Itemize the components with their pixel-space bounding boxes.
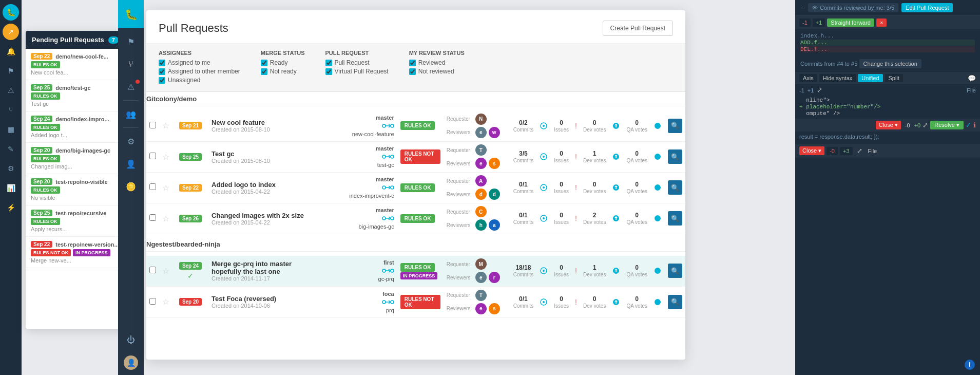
filter-assigned-me[interactable]: Assigned to me — [159, 59, 240, 66]
pending-item[interactable]: Sep 25 test-repo/recursive RULES OK Appl… — [26, 205, 133, 237]
pending-item[interactable]: Sep 24 demo/index-impro... RULES OK Adde… — [26, 111, 133, 143]
hide-syntax-btn[interactable]: Hide syntax — [819, 74, 856, 82]
sidebar-icon-grid[interactable]: ▦ — [3, 121, 19, 138]
branch-cell: foca prq — [315, 287, 397, 317]
filter-pull-request[interactable]: Pull Request — [325, 59, 389, 66]
pr-search-btn[interactable]: 🔍 — [668, 264, 682, 278]
filter-virtual-pr[interactable]: Virtual Pull Request — [325, 68, 389, 75]
pr-checkbox[interactable] — [149, 267, 156, 273]
branch-flow-icon — [382, 122, 394, 130]
pr-search-btn[interactable]: 🔍 — [668, 180, 682, 195]
filter-unassigned-checkbox[interactable] — [159, 77, 165, 84]
filter-not-ready-checkbox[interactable] — [261, 68, 267, 75]
edit-pr-button[interactable]: Edit Pull Request — [901, 3, 953, 12]
close-btn-bottom[interactable]: Close ▾ — [799, 146, 824, 155]
sidebar-icon-warning[interactable]: ⚠ — [3, 82, 19, 99]
sidebar-icon-pencil[interactable]: ✎ — [3, 141, 19, 157]
pending-item[interactable]: Sep 22 demo/new-cool-fe... RULES OK New … — [26, 49, 133, 80]
table-row[interactable]: ☆ Sep 25 Test gc Created on 2015-08-10 m… — [146, 141, 685, 172]
filter-pull-request-checkbox[interactable] — [325, 60, 332, 66]
sidebar-icon-flag[interactable]: ⚑ — [3, 63, 19, 79]
pr-checkbox[interactable] — [149, 298, 156, 305]
change-selection-btn[interactable]: Change this selection — [859, 59, 921, 68]
star-icon[interactable]: ☆ — [162, 153, 169, 161]
sidebar-icon-chart[interactable]: 📊 — [3, 180, 19, 196]
table-row[interactable]: ☆ Sep 21 New cool feature Created on 201… — [146, 110, 685, 141]
pr-title: Test Foca (reversed) — [212, 295, 312, 303]
unified-btn[interactable]: Unified — [858, 74, 882, 82]
issues-num: 0 — [560, 150, 563, 157]
axis-btn[interactable]: Axis — [799, 74, 817, 82]
star-icon[interactable]: ☆ — [162, 121, 169, 130]
split-btn[interactable]: Split — [885, 74, 903, 82]
filter-unassigned[interactable]: Unassigned — [159, 77, 240, 84]
filter-reviewed-checkbox[interactable] — [409, 60, 416, 66]
resolve-btn[interactable]: Resolve ▾ — [930, 121, 964, 129]
sidebar-icon-arrow[interactable]: ↗ — [3, 24, 19, 40]
bottom-expand-icon[interactable]: ⤢ — [857, 147, 862, 155]
star-icon[interactable]: ☆ — [162, 183, 169, 192]
star-icon[interactable]: ☆ — [162, 297, 169, 306]
file-btn-bottom[interactable]: File — [864, 147, 881, 155]
sidebar-warning-icon[interactable]: ⚠ — [118, 76, 144, 98]
pending-item[interactable]: Sep 22 test-repo/new-version... RULES NO… — [26, 237, 133, 268]
pr-search-btn[interactable]: 🔍 — [668, 211, 682, 226]
pr-search-btn[interactable]: 🔍 — [668, 295, 682, 309]
sidebar-icon-gear[interactable]: ⚙ — [3, 160, 19, 177]
sidebar-icon-bolt[interactable]: ⚡ — [3, 199, 19, 216]
filter-assigned-other[interactable]: Assigned to other member — [159, 68, 240, 75]
filter-assigned-other-checkbox[interactable] — [159, 68, 165, 75]
comment-icon[interactable]: 💬 — [968, 74, 976, 82]
info-badge[interactable]: i — [965, 360, 975, 370]
pr-search-btn[interactable]: 🔍 — [668, 119, 682, 133]
sidebar-coins-icon[interactable]: 🪙 — [118, 175, 144, 198]
qa-votes-stat: 0 QA votes — [626, 264, 647, 277]
sidebar-icon-bell[interactable]: 🔔 — [3, 43, 19, 60]
straight-forward-btn[interactable]: Straight forward — [827, 18, 874, 27]
sidebar-merge-icon[interactable]: ⑂ — [118, 53, 144, 76]
filter-ready[interactable]: Ready — [261, 59, 305, 66]
pending-item[interactable]: Sep 20 test-repo/no-visible RULES OK No … — [26, 174, 133, 205]
filter-ready-checkbox[interactable] — [261, 60, 267, 66]
pr-created: Created on 2015-08-10 — [212, 126, 312, 133]
filter-virtual-pr-checkbox[interactable] — [325, 68, 332, 75]
table-row[interactable]: ☆ Sep 22 Added logo to index Created on … — [146, 172, 685, 203]
diff-action-bar: Axis Hide syntax Unified Split 💬 — [795, 71, 980, 85]
table-row[interactable]: ☆ Sep 20 Test Foca (reversed) Created on… — [146, 287, 685, 317]
pr-checkbox[interactable] — [149, 122, 156, 128]
sidebar-users-icon[interactable]: 👥 — [118, 103, 144, 125]
user-avatar[interactable]: 👤 — [124, 355, 138, 370]
resolve-expand-icon[interactable]: ⤢ — [923, 121, 928, 129]
pr-checkbox[interactable] — [149, 214, 156, 221]
sidebar-flag-icon[interactable]: ⚑ — [118, 30, 144, 53]
sidebar-gear-icon[interactable]: ⚙ — [118, 130, 144, 153]
table-row[interactable]: ☆ Sep 26 Changed images with 2x size Cre… — [146, 203, 685, 234]
pr-search-btn[interactable]: 🔍 — [668, 149, 682, 164]
star-icon[interactable]: ☆ — [162, 214, 169, 223]
sidebar-user-add-icon[interactable]: 👤 — [118, 153, 144, 175]
resolve-info-icon[interactable]: ℹ — [973, 121, 976, 129]
pending-item[interactable]: Sep 20 demo/big-images-gc RULES OK Chang… — [26, 143, 133, 174]
filter-not-reviewed-checkbox[interactable] — [409, 68, 416, 75]
create-pr-button[interactable]: Create Pull Request — [603, 21, 673, 36]
commits-lbl: Commits — [513, 303, 533, 309]
filter-not-reviewed[interactable]: Not reviewed — [409, 68, 465, 75]
filter-reviewed[interactable]: Reviewed — [409, 59, 465, 66]
filter-assigned-me-checkbox[interactable] — [159, 60, 165, 66]
commits-icon — [540, 214, 548, 222]
rules-tag: RULES NOT OK — [400, 149, 440, 164]
star-icon[interactable]: ☆ — [162, 267, 169, 275]
expand-icon[interactable]: ⤢ — [817, 86, 822, 94]
sidebar-power-icon[interactable]: ⏻ — [118, 329, 144, 351]
resolve-close-btn[interactable]: Close ▾ — [876, 121, 901, 129]
pr-checkbox[interactable] — [149, 183, 156, 190]
issues-lbl: Issues — [554, 219, 569, 225]
diff-close-btn[interactable]: × — [876, 18, 887, 27]
resolve-check-icon[interactable]: ✓ — [966, 121, 971, 129]
filter-not-ready[interactable]: Not ready — [261, 68, 305, 75]
table-row[interactable]: ☆ Sep 24 ✓ Merge gc-prq into master hope… — [146, 256, 685, 287]
pr-checkbox[interactable] — [149, 153, 156, 159]
sidebar-icon-merge[interactable]: ⑂ — [3, 102, 19, 118]
sidebar-icon-bug[interactable]: 🐛 — [3, 4, 19, 21]
pending-item[interactable]: Sep 25 demo/test-gc RULES OK Test gc — [26, 80, 133, 111]
